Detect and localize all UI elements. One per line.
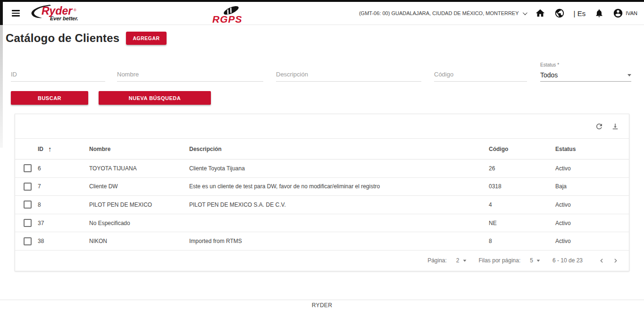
home-icon: [535, 8, 545, 18]
column-header-codigo[interactable]: Código: [489, 146, 555, 152]
cell-estatus: Activo: [555, 165, 629, 172]
cell-nombre: NIKON: [89, 238, 189, 244]
rows-per-page-select[interactable]: 5: [530, 257, 540, 264]
table-header-row: ID ↑ Nombre Descripción Código Estatus: [15, 139, 629, 159]
cell-codigo: 4: [489, 201, 555, 208]
buscar-button[interactable]: BUSCAR: [11, 91, 88, 105]
chevron-down-icon: [463, 260, 466, 261]
nombre-field-wrap: [117, 67, 263, 82]
table-row[interactable]: 8 PILOT PEN DE MEXICO PILOT PEN DE MEXIC…: [15, 196, 629, 214]
cell-descripcion: PILOT PEN DE MEXICO S.A. DE C.V.: [189, 201, 489, 208]
chevron-down-icon: [537, 260, 540, 261]
chevron-right-icon: [612, 258, 619, 264]
agregar-button[interactable]: AGREGAR: [126, 32, 166, 45]
descripcion-input[interactable]: [276, 71, 421, 81]
timezone-selector[interactable]: (GMT-06: 00) GUADALAJARA, CIUDAD DE MÉXI…: [359, 10, 526, 16]
ryder-tagline: Ever better.: [50, 16, 78, 21]
cell-estatus: Activo: [555, 220, 629, 226]
nueva-busqueda-button[interactable]: NUEVA BÚSQUEDA: [99, 91, 211, 105]
footer-brand-label: RYDER: [312, 302, 332, 309]
column-header-id[interactable]: ID ↑: [38, 145, 89, 153]
cell-descripcion: Este es un cliente de test para DW, favo…: [189, 183, 489, 190]
rows-per-page-value: 5: [530, 257, 533, 264]
cell-estatus: Activo: [555, 201, 629, 208]
cell-id: 6: [38, 165, 89, 172]
cell-nombre: Cliente DW: [89, 183, 189, 190]
timezone-label: (GMT-06: 00) GUADALAJARA, CIUDAD DE MÉXI…: [359, 10, 519, 16]
rgps-logo: RGPS: [210, 4, 249, 26]
home-button[interactable]: [535, 8, 545, 18]
row-checkbox[interactable]: [24, 237, 32, 245]
descripcion-field-wrap: [276, 67, 421, 82]
estatus-select[interactable]: Todos: [540, 70, 631, 82]
column-header-estatus[interactable]: Estatus: [555, 146, 629, 152]
page-footer: RYDER: [0, 300, 644, 310]
cell-codigo: 0318: [489, 183, 555, 190]
left-edge-strip-lower: [0, 25, 3, 148]
language-globe-button[interactable]: [554, 8, 565, 18]
download-button[interactable]: [611, 122, 619, 131]
range-indicator: 6 - 10 de 23: [552, 257, 583, 264]
table-row[interactable]: 7 Cliente DW Este es un cliente de test …: [15, 178, 629, 196]
codigo-input[interactable]: [434, 71, 527, 81]
chevron-down-icon: [523, 10, 527, 15]
page-label: Página:: [427, 257, 447, 264]
sort-asc-icon[interactable]: ↑: [48, 145, 52, 153]
chevron-down-icon: [627, 74, 631, 76]
cell-descripcion: Cliente Toyota Tijuana: [189, 165, 489, 172]
chevron-left-icon: [599, 258, 605, 264]
globe-icon: [554, 8, 565, 18]
row-checkbox[interactable]: [24, 219, 32, 227]
cell-id: 37: [38, 220, 89, 226]
rgps-wordmark: RGPS: [212, 14, 243, 25]
cell-codigo: 26: [489, 165, 555, 172]
cell-estatus: Baja: [555, 183, 629, 190]
app-header: Ryder ® Ever better. RGPS (GMT-06: 00) G…: [0, 2, 644, 25]
nombre-input[interactable]: [117, 71, 263, 81]
page-select[interactable]: 2: [456, 257, 467, 264]
download-icon: [611, 122, 619, 131]
cell-id: 7: [38, 183, 89, 190]
refresh-button[interactable]: [595, 122, 603, 131]
codigo-field-wrap: [434, 67, 527, 82]
bell-icon: [594, 8, 604, 18]
id-field-wrap: [11, 67, 105, 82]
column-header-nombre[interactable]: Nombre: [89, 146, 189, 152]
svg-text:®: ®: [74, 8, 76, 12]
menu-icon[interactable]: [12, 10, 20, 17]
estatus-value: Todos: [540, 71, 558, 79]
cell-nombre: No Especificado: [89, 220, 189, 226]
cell-nombre: TOYOTA TIJUANA: [89, 165, 189, 172]
notifications-button[interactable]: [594, 8, 604, 18]
cell-descripcion: Imported from RTMS: [189, 238, 489, 244]
table-row[interactable]: 6 TOYOTA TIJUANA Cliente Toyota Tijuana …: [15, 159, 629, 178]
ryder-logo: Ryder ® Ever better.: [28, 3, 84, 24]
page-value: 2: [456, 257, 460, 264]
next-page-button[interactable]: [609, 256, 622, 266]
table-row[interactable]: 38 NIKON Imported from RTMS 8 Activo: [15, 232, 629, 251]
left-edge-strip: [0, 2, 3, 25]
language-label[interactable]: | Es: [574, 9, 586, 17]
cell-id: 38: [38, 238, 89, 244]
table-row[interactable]: 37 No Especificado NE Activo: [15, 214, 629, 233]
refresh-icon: [595, 122, 603, 131]
results-card: ID ↑ Nombre Descripción Código Estatus 6…: [15, 114, 629, 271]
cell-codigo: NE: [489, 220, 555, 226]
row-checkbox[interactable]: [24, 183, 32, 191]
user-menu[interactable]: IVAN: [613, 8, 637, 18]
row-checkbox[interactable]: [24, 164, 32, 172]
cell-id: 8: [38, 201, 89, 208]
column-header-descripcion[interactable]: Descripción: [189, 146, 489, 152]
id-input[interactable]: [11, 71, 105, 81]
estatus-label: Estatus *: [540, 62, 631, 67]
username-label: IVAN: [626, 10, 637, 16]
row-checkbox[interactable]: [24, 201, 32, 209]
previous-page-button[interactable]: [595, 256, 609, 266]
estatus-select-wrap: Estatus * Todos: [540, 62, 631, 82]
main-content: Catálogo de Clientes AGREGAR Estatus * T…: [0, 32, 644, 271]
user-avatar-icon: [613, 8, 623, 18]
cell-codigo: 8: [489, 238, 555, 244]
rows-per-page-label: Filas por página:: [479, 257, 521, 264]
page-title: Catálogo de Clientes: [6, 32, 119, 45]
cell-nombre: PILOT PEN DE MEXICO: [89, 201, 189, 208]
